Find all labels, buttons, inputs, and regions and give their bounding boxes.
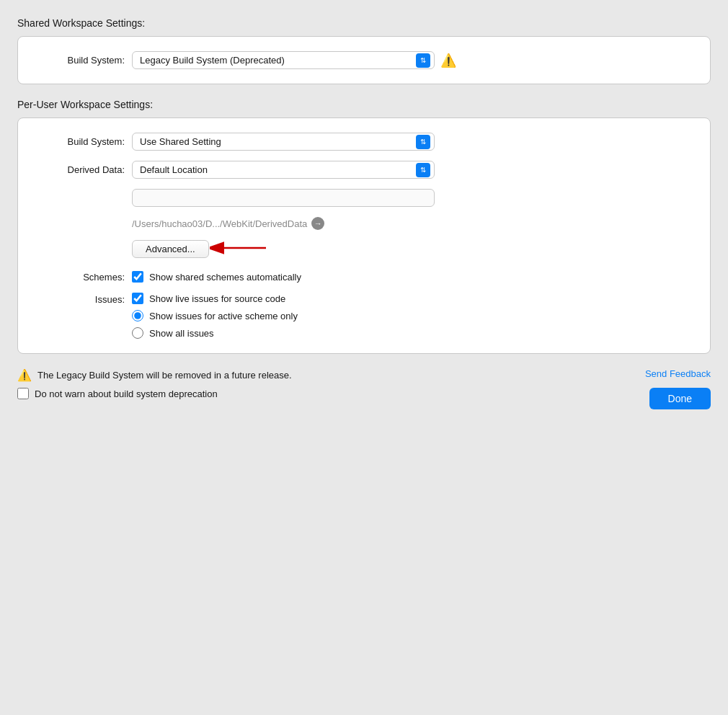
show-shared-schemes-item: Show shared schemes automatically <box>132 271 301 283</box>
shared-build-system-warning-icon: ⚠️ <box>440 53 456 68</box>
footer-warning-text: The Legacy Build System will be removed … <box>37 370 292 381</box>
footer-right: Send Feedback Done <box>645 368 711 409</box>
per-user-build-system-row: Build System: Use Shared SettingLegacy B… <box>38 133 690 151</box>
derived-data-label: Derived Data: <box>38 164 125 175</box>
show-live-issues-item: Show live issues for source code <box>132 293 298 304</box>
do-not-warn-checkbox[interactable] <box>17 388 29 399</box>
show-active-scheme-text: Show issues for active scheme only <box>149 311 298 321</box>
shared-build-system-select-wrapper: Legacy Build System (Deprecated)New Buil… <box>132 51 435 69</box>
show-shared-schemes-checkbox[interactable] <box>132 271 143 283</box>
advanced-button[interactable]: Advanced... <box>132 240 209 258</box>
show-live-issues-checkbox[interactable] <box>132 293 143 304</box>
derived-data-path-row <box>132 189 690 207</box>
annotation-arrow-icon <box>210 237 267 261</box>
schemes-label: Schemes: <box>38 272 125 283</box>
per-user-workspace-title: Per-User Workspace Settings: <box>17 99 711 110</box>
footer-checkbox-row: Do not warn about build system deprecati… <box>17 388 292 399</box>
shared-workspace-card: Build System: Legacy Build System (Depre… <box>17 36 711 84</box>
footer-warning-icon: ⚠️ <box>17 368 32 382</box>
derived-data-path-text: /Users/huchao03/D.../WebKit/DerivedData <box>132 218 307 229</box>
done-button[interactable]: Done <box>649 388 711 409</box>
per-user-workspace-card: Build System: Use Shared SettingLegacy B… <box>17 117 711 354</box>
derived-data-row: Derived Data: Default LocationRelativeAb… <box>38 161 690 179</box>
show-active-scheme-radio[interactable] <box>132 310 143 321</box>
shared-workspace-title: Shared Workspace Settings: <box>17 17 711 29</box>
show-all-issues-item: Show all issues <box>132 327 298 339</box>
show-all-issues-radio[interactable] <box>132 327 143 339</box>
issues-row: Issues: Show live issues for source code… <box>38 293 690 339</box>
show-active-scheme-item: Show issues for active scheme only <box>132 310 298 321</box>
footer-left: ⚠️ The Legacy Build System will be remov… <box>17 368 292 399</box>
derived-data-select-wrapper: Default LocationRelativeAbsolute ⇅ <box>132 161 435 179</box>
per-user-build-system-select[interactable]: Use Shared SettingLegacy Build System (D… <box>132 133 435 151</box>
path-navigate-icon[interactable]: → <box>311 217 324 230</box>
shared-build-system-label: Build System: <box>38 55 125 66</box>
show-shared-schemes-text: Show shared schemes automatically <box>149 272 301 283</box>
footer-warning-row: ⚠️ The Legacy Build System will be remov… <box>17 368 292 382</box>
send-feedback-link[interactable]: Send Feedback <box>645 368 711 379</box>
shared-build-system-select[interactable]: Legacy Build System (Deprecated)New Buil… <box>132 51 435 69</box>
issues-group: Show live issues for source code Show is… <box>132 293 298 339</box>
schemes-row: Schemes: Show shared schemes automatical… <box>38 271 690 283</box>
derived-data-select[interactable]: Default LocationRelativeAbsolute <box>132 161 435 179</box>
derived-data-path-input[interactable] <box>132 189 435 207</box>
advanced-row: Advanced... <box>132 240 690 258</box>
per-user-build-system-label: Build System: <box>38 136 125 147</box>
show-live-issues-text: Show live issues for source code <box>149 293 285 304</box>
shared-build-system-row: Build System: Legacy Build System (Depre… <box>38 51 690 69</box>
do-not-warn-text: Do not warn about build system deprecati… <box>35 388 218 399</box>
footer: ⚠️ The Legacy Build System will be remov… <box>17 368 711 409</box>
issues-label: Issues: <box>38 293 125 305</box>
per-user-build-system-select-wrapper: Use Shared SettingLegacy Build System (D… <box>132 133 435 151</box>
derived-data-path-display-row: /Users/huchao03/D.../WebKit/DerivedData … <box>132 217 690 230</box>
show-all-issues-text: Show all issues <box>149 328 214 339</box>
